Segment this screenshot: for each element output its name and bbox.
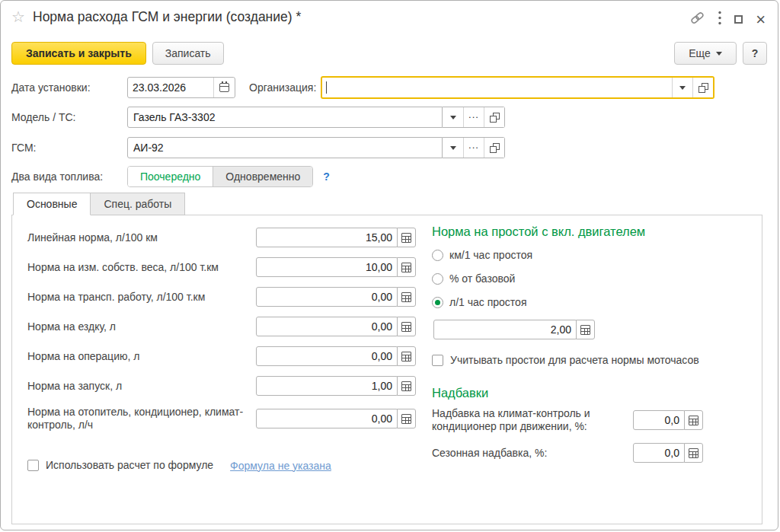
radio-icon[interactable] [432,297,443,308]
calculator-icon [401,352,411,362]
idle-norm-input[interactable] [433,320,577,339]
field-row-operation-norm: Норма на операцию, л [27,346,431,366]
calculator-icon [401,414,411,424]
chevron-down-icon [450,116,456,119]
chevron-down-icon [450,146,456,150]
seasonal-surcharge-row: Сезонная надбавка, %: [432,443,761,463]
transport-work-norm-input[interactable] [256,287,398,307]
calculator-button[interactable] [397,228,416,247]
save-and-close-button[interactable]: Записать и закрыть [11,42,146,65]
help-button[interactable]: ? [743,42,767,65]
model-field-buttons: ... [443,107,505,128]
idle-norm-field-group [433,320,595,339]
two-fuel-help-link[interactable]: ? [323,170,330,183]
link-icon[interactable] [689,11,705,27]
number-field-group [256,376,416,396]
number-field-group [256,228,416,247]
organization-dropdown-button[interactable] [672,78,692,97]
calculator-icon [689,416,698,425]
calculator-button[interactable] [397,376,416,396]
more-menu-icon[interactable] [718,11,721,28]
formula-checkbox-label: Использовать расчет по формуле [46,459,213,472]
number-field-group [256,409,416,428]
linear-norm-input[interactable] [256,228,398,247]
open-form-icon [490,143,500,153]
field-label: Норма на запуск, л [27,380,256,393]
calculator-button[interactable] [397,257,416,277]
fuel-dropdown-button[interactable] [443,138,463,158]
row-fuel: ГСМ: ... [11,137,505,158]
heater-norm-input[interactable] [256,409,398,428]
radio-percent-of-base[interactable]: % от базовой [432,272,761,285]
number-field-group [633,410,703,430]
fuel-open-button[interactable] [484,138,504,158]
field-row-start-norm: Норма на запуск, л [27,376,431,396]
radio-km-per-idle-hour[interactable]: км/1 час простоя [432,249,761,261]
row-two-fuel: Два вида топлива: Поочередно Одновременн… [11,166,330,187]
date-field-group [127,77,235,98]
climate-surcharge-label: Надбавка на климат-контроль и кондиционе… [432,407,630,433]
row-model: Модель / ТС: ... [11,107,505,128]
favorite-star-icon[interactable]: ☆ [11,8,25,26]
radio-liters-per-idle-hour[interactable]: л/1 час простоя [432,296,761,308]
fuel-label: ГСМ: [11,142,127,154]
start-norm-input[interactable] [256,376,398,396]
toggle-option-alternately[interactable]: Поочередно [128,167,213,186]
calculator-icon [401,263,411,272]
toggle-option-simultaneously[interactable]: Одновременно [213,167,312,186]
organization-input[interactable] [327,78,672,97]
organization-label: Организация: [249,81,316,94]
number-field-group [633,443,703,463]
open-form-icon [490,113,500,123]
organization-open-button[interactable] [692,78,713,97]
formula-link[interactable]: Формула не указана [230,460,331,472]
calculator-icon [401,381,411,391]
tab-label: Основные [27,198,77,210]
calculator-button[interactable] [397,346,416,366]
fuel-choose-button[interactable]: ... [463,138,484,158]
calendar-button[interactable] [213,78,234,97]
ellipsis-icon: ... [468,112,479,123]
calculator-icon [580,325,590,335]
calculator-button[interactable] [684,410,703,430]
field-label: Норма на отопитель, кондиционер, климат-… [27,406,256,432]
field-label: Норма на ездку, л [27,320,256,333]
field-label: Норма на трансп. работу, л/100 т.км [27,291,256,304]
seasonal-surcharge-label: Сезонная надбавка, %: [432,447,630,460]
calculator-icon [689,448,698,458]
calculator-button[interactable] [397,317,416,336]
maximize-icon[interactable] [734,15,743,24]
radio-label: л/1 час простоя [449,296,526,308]
weight-norm-input[interactable] [256,257,398,277]
model-dropdown-button[interactable] [443,107,463,127]
trip-norm-input[interactable] [256,317,398,336]
more-button[interactable]: Еще [674,42,737,65]
formula-checkbox[interactable] [27,460,39,471]
seasonal-surcharge-input[interactable] [633,443,686,463]
model-choose-button[interactable]: ... [463,107,484,127]
climate-surcharge-input[interactable] [633,410,686,430]
row-date-organization: Дата установки: Организация: [11,76,714,99]
save-button[interactable]: Записать [152,42,224,65]
window-title: Норма расхода ГСМ и энергии (создание) * [33,9,301,25]
calculator-button[interactable] [397,409,416,428]
model-input[interactable] [127,107,443,128]
date-input[interactable] [128,78,213,97]
tab-special-works[interactable]: Спец. работы [91,193,185,215]
calculator-button[interactable] [684,443,703,463]
form-window: ☆ Норма расхода ГСМ и энергии (создание)… [0,0,778,530]
field-row-weight-norm: Норма на изм. собств. веса, л/100 т.км [27,257,431,277]
radio-label: км/1 час простоя [449,249,532,261]
calculator-button[interactable] [576,320,595,339]
tab-main[interactable]: Основные [13,193,91,215]
calculator-button[interactable] [397,287,416,307]
operation-norm-input[interactable] [256,346,398,366]
idle-hours-checkbox[interactable] [432,355,443,366]
radio-icon[interactable] [432,273,443,285]
close-icon[interactable]: × [756,14,766,25]
model-open-button[interactable] [484,107,504,127]
calendar-icon [219,83,229,92]
radio-icon[interactable] [432,250,443,261]
fuel-input[interactable] [127,137,443,158]
climate-surcharge-row: Надбавка на климат-контроль и кондиционе… [432,407,761,433]
